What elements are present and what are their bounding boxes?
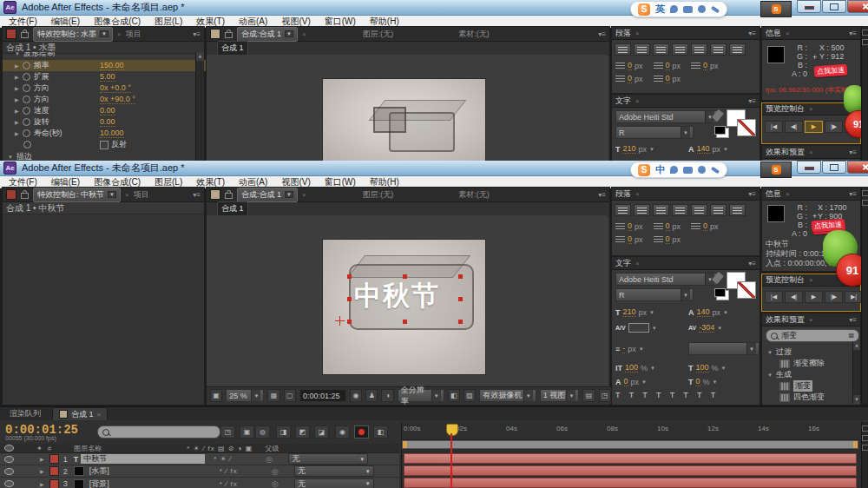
tab-composition[interactable]: 合成:合成 1▼ <box>237 188 298 202</box>
default-colors-icon[interactable] <box>714 288 726 297</box>
visibility-toggle[interactable] <box>4 456 14 463</box>
reflect-checkbox[interactable] <box>100 141 108 149</box>
ime-fullhalf-icon[interactable] <box>670 166 678 174</box>
tab-close-icon[interactable]: × <box>635 97 640 105</box>
sogou-logo-icon[interactable]: S <box>638 164 650 176</box>
always-preview-icon[interactable]: ▣ <box>210 389 222 402</box>
titlebar-top[interactable]: Ae Adobe After Effects - 未命名项目.aep * <box>0 0 868 16</box>
parent-select[interactable]: 无▼ <box>294 465 374 477</box>
first-frame-button[interactable]: |◀ <box>765 291 783 303</box>
comp-viewer-top[interactable] <box>207 55 608 162</box>
effect-group-clipped[interactable]: ▼波形绘制 <box>3 52 197 59</box>
accelerator-bubble[interactable]: 点我加速 <box>814 64 848 78</box>
titlebar-bottom[interactable]: Ae Adobe After Effects - 未命名项目.aep * <box>0 161 868 176</box>
collapsed-panel-strip[interactable] <box>861 26 868 161</box>
tracking-field[interactable]: AV-304▼ <box>688 323 722 333</box>
layer-row-3[interactable]: ▶ 3 [背景] * ∕ fx ◎ 无▼ <box>0 478 399 488</box>
space-after-field[interactable]: 0px <box>654 74 681 83</box>
transparency-grid-icon[interactable]: ▨ <box>464 389 476 402</box>
tab-close-icon[interactable]: × <box>117 30 122 38</box>
justify-last-right-button[interactable] <box>710 43 727 56</box>
tab-project[interactable]: 项目 <box>134 189 149 201</box>
prev-frame-button[interactable]: ◀| <box>785 121 803 133</box>
show-snapshot-icon[interactable]: ♟ <box>365 389 378 402</box>
tab-close-icon[interactable]: × <box>786 190 790 198</box>
tab-character[interactable]: 文字 <box>615 258 631 269</box>
tab-composition[interactable]: 合成:合成 1▼ <box>237 27 298 42</box>
brainstorm-icon[interactable]: ◪ <box>314 425 329 439</box>
tab-info[interactable]: 信息 <box>766 28 781 39</box>
tab-close-icon[interactable]: × <box>809 276 813 284</box>
panel-menu-icon[interactable]: ▾≡ <box>748 260 756 267</box>
baseline-shift-field[interactable]: A0px▼ <box>615 377 647 386</box>
tab-close-icon[interactable]: × <box>786 30 790 37</box>
align-right-button[interactable] <box>653 43 669 56</box>
collapsed-panel-strip[interactable] <box>861 187 868 404</box>
tab-effect-controls[interactable]: 特效控制台: 中秋节▼ <box>33 188 121 202</box>
panel-menu-icon[interactable]: ▾≡ <box>193 191 201 199</box>
preset-item-row-selected[interactable]: 渐变 <box>779 380 812 392</box>
selection-handle[interactable] <box>347 297 352 301</box>
view-layout-select[interactable]: 1 视图▼ <box>540 389 580 402</box>
tab-render-queue[interactable]: 渲染队列 <box>3 408 47 420</box>
minimize-button[interactable] <box>797 161 821 174</box>
tab-effect-controls[interactable]: 特效控制台: 水墨▼ <box>33 27 113 42</box>
panel-menu-icon[interactable]: ▾≡ <box>849 30 857 37</box>
viewer-timecode[interactable]: 0:00:01:25 <box>299 389 346 402</box>
comp-breadcrumb-tab[interactable]: 合成 1 <box>217 41 248 56</box>
ime-keyboard-icon[interactable] <box>683 167 693 174</box>
ime-keyboard-icon[interactable] <box>683 6 693 13</box>
label-color-chip[interactable] <box>49 479 59 488</box>
font-size-field[interactable]: T210px▼ <box>615 307 654 317</box>
next-frame-button[interactable]: |▶ <box>825 121 843 133</box>
time-ruler-area[interactable]: 0:00s 02s 04s 06s 08s 10s 12s 14s 16s <box>401 422 860 488</box>
play-button[interactable]: ▶ <box>805 121 823 133</box>
sogou-tray[interactable]: S <box>760 162 792 178</box>
space-before-field[interactable]: 0px <box>615 74 643 83</box>
tab-close-icon[interactable]: × <box>809 316 813 324</box>
layer-switches[interactable]: * ∕ fx <box>220 467 272 475</box>
panel-menu-icon[interactable]: ▾≡ <box>748 30 756 37</box>
sogou-tray[interactable]: S <box>760 1 792 17</box>
motion-blur-icon[interactable]: ◩ <box>295 425 310 439</box>
close-button[interactable] <box>847 161 868 174</box>
justify-last-left-button[interactable] <box>672 43 688 56</box>
tab-close-icon[interactable]: × <box>635 30 640 37</box>
frame-blend-icon[interactable]: ◨ <box>276 425 291 439</box>
layer-bar-3[interactable] <box>404 478 857 488</box>
pickwhip-icon[interactable]: ◎ <box>272 479 294 488</box>
effect-checkbox-row[interactable]: 反射 <box>3 139 207 150</box>
time-ruler[interactable]: 0:00s 02s 04s 06s 08s 10s 12s 14s 16s <box>402 422 860 440</box>
layer-name[interactable]: [背景] <box>87 479 211 488</box>
panel-menu-icon[interactable]: ▾≡ <box>598 191 606 199</box>
layer-name[interactable]: [水墨] <box>87 466 211 476</box>
font-size-field[interactable]: T 210px ▼ <box>615 144 654 154</box>
visibility-toggle[interactable] <box>4 468 14 475</box>
panel-menu-icon[interactable]: ▾≡ <box>849 190 857 198</box>
tab-close-icon[interactable]: × <box>302 191 306 199</box>
preset-item-row[interactable]: 渐变擦除 <box>779 358 825 369</box>
space-after-field[interactable]: 0px <box>654 234 681 244</box>
preset-group-row[interactable]: ▼过渡 <box>767 346 792 358</box>
selection-handle[interactable] <box>403 274 407 279</box>
indent-left-field[interactable]: 0px <box>615 221 643 231</box>
tab-close-icon[interactable]: × <box>97 411 102 419</box>
panel-menu-icon[interactable]: ▾≡ <box>849 316 857 324</box>
layer-name[interactable]: 中秋节 <box>81 454 205 464</box>
justify-all-button[interactable] <box>729 43 746 56</box>
indent-left-field[interactable]: 0px <box>615 61 643 70</box>
scrollbar[interactable]: ▼ ▼ <box>852 341 860 404</box>
ime-tools-icon[interactable] <box>711 5 720 13</box>
effect-property-row[interactable]: ▶ 速度0.00 <box>3 105 207 116</box>
playhead-handle[interactable] <box>446 424 458 436</box>
tab-layer[interactable]: 图层:(无) <box>363 189 394 201</box>
canvas-text[interactable]: 中秋节 <box>354 278 440 314</box>
sogou-tray-icon[interactable]: S <box>772 165 781 175</box>
close-button[interactable] <box>847 0 868 13</box>
baseline-grid-field[interactable]: ≡-px▼ <box>615 344 644 353</box>
next-frame-button[interactable]: |▶ <box>825 291 843 303</box>
work-area-start-handle[interactable] <box>403 441 407 448</box>
leading-field[interactable]: A 140px ▼ <box>688 144 728 154</box>
tab-paragraph[interactable]: 段落 <box>615 28 631 39</box>
tsume-field[interactable]: T0%▼ <box>688 377 717 386</box>
